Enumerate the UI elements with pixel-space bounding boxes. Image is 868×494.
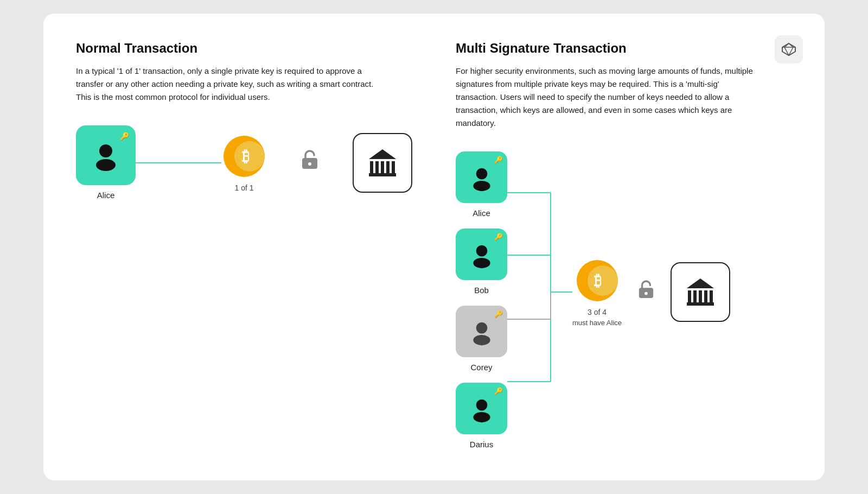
svg-point-40	[644, 292, 648, 295]
ms-bank-wrap	[671, 262, 730, 322]
ms-corey-box: 🔑	[456, 306, 507, 357]
svg-marker-0	[782, 43, 795, 55]
ms-bob-key: 🔑	[494, 233, 503, 241]
ms-alice-key: 🔑	[494, 156, 503, 164]
connector-svg	[507, 162, 572, 422]
ms-corey-wrap: 🔑 Corey	[456, 306, 507, 372]
bank-box-normal	[353, 133, 412, 193]
svg-text:₿: ₿	[242, 148, 250, 165]
svg-point-26	[476, 399, 487, 410]
lock-icon-ms	[638, 280, 654, 301]
svg-rect-16	[386, 161, 390, 173]
alice-key-icon: 🔑	[120, 132, 129, 141]
multisig-diagram: 🔑 Alice 🔑 Bob	[456, 151, 792, 449]
ms-darius-label: Darius	[470, 440, 493, 449]
alice-person-icon	[90, 139, 122, 172]
ms-darius-wrap: 🔑 Darius	[456, 383, 507, 449]
svg-marker-18	[369, 149, 396, 159]
normal-diagram: 🔑 Alice ₿ 1 of 1	[76, 125, 412, 200]
bank-icon-normal	[366, 146, 399, 180]
svg-text:₿: ₿	[594, 273, 602, 289]
svg-marker-46	[687, 278, 714, 288]
svg-point-22	[476, 245, 487, 256]
svg-rect-43	[699, 290, 702, 302]
svg-point-37	[588, 265, 618, 296]
main-card: Normal Transaction In a typical '1 of 1'…	[43, 14, 825, 480]
ms-darius-key: 🔑	[494, 387, 503, 395]
ms-alice-icon	[468, 163, 496, 192]
svg-rect-19	[369, 173, 396, 176]
svg-rect-13	[370, 161, 373, 173]
svg-point-6	[99, 144, 112, 157]
bitcoin-wrap-normal: ₿ 1 of 1	[221, 134, 267, 192]
diamond-button[interactable]	[775, 35, 803, 64]
bitcoin-coin-ms: ₿	[575, 258, 620, 303]
svg-rect-15	[381, 161, 384, 173]
multisig-transaction-panel: Multi Signature Transaction For higher s…	[434, 41, 792, 453]
svg-point-23	[473, 258, 490, 268]
svg-rect-41	[688, 290, 691, 302]
lock-icon-normal	[301, 149, 318, 172]
ms-bob-box: 🔑	[456, 229, 507, 280]
alice-label: Alice	[97, 191, 115, 200]
ms-corey-icon	[468, 318, 496, 346]
svg-rect-17	[392, 161, 395, 173]
normal-description: In a typical '1 of 1' transaction, only …	[76, 65, 380, 104]
ms-alice-label: Alice	[473, 208, 490, 218]
ms-corey-key: 🔑	[494, 310, 503, 318]
ms-darius-box: 🔑	[456, 383, 507, 434]
ms-coin-section: ₿ 3 of 4 must have Alice	[572, 258, 622, 327]
bank-wrap-normal	[353, 133, 412, 193]
bitcoin-coin-normal: ₿	[221, 134, 267, 179]
alice-box: 🔑	[76, 125, 136, 185]
ms-corey-label: Corey	[470, 363, 492, 372]
ms-alice-box: 🔑	[456, 151, 507, 203]
normal-title: Normal Transaction	[76, 41, 412, 56]
multisig-description: For higher security environments, such a…	[456, 65, 760, 130]
svg-point-25	[473, 335, 490, 345]
ms-coin-sublabel: must have Alice	[572, 319, 622, 327]
bank-icon-ms	[684, 275, 717, 309]
svg-point-9	[234, 141, 265, 172]
normal-transaction-panel: Normal Transaction In a typical '1 of 1'…	[76, 41, 434, 453]
coin-label-normal: 1 of 1	[234, 183, 253, 192]
svg-point-20	[476, 168, 487, 179]
ms-bob-label: Bob	[474, 286, 489, 295]
svg-rect-47	[687, 302, 714, 306]
multisig-title: Multi Signature Transaction	[456, 41, 792, 56]
ms-bank-box	[671, 262, 730, 322]
svg-point-7	[96, 159, 116, 171]
ms-coin-label: 3 of 4	[588, 308, 607, 316]
ms-bob-wrap: 🔑 Bob	[456, 229, 507, 295]
svg-point-24	[476, 322, 487, 333]
svg-rect-44	[704, 290, 707, 302]
svg-point-27	[473, 412, 490, 422]
ms-darius-icon	[468, 395, 496, 423]
svg-point-12	[308, 162, 311, 166]
ms-alice-wrap: 🔑 Alice	[456, 151, 507, 218]
ms-right-section: ₿ 3 of 4 must have Alice	[572, 258, 730, 327]
svg-rect-42	[693, 290, 697, 302]
line-alice-coin	[136, 162, 221, 163]
alice-wrap: 🔑 Alice	[76, 125, 136, 200]
svg-point-21	[473, 181, 490, 191]
svg-rect-45	[710, 290, 713, 302]
svg-rect-14	[375, 161, 379, 173]
ms-bob-icon	[468, 240, 496, 269]
signers-column: 🔑 Alice 🔑 Bob	[456, 151, 507, 449]
